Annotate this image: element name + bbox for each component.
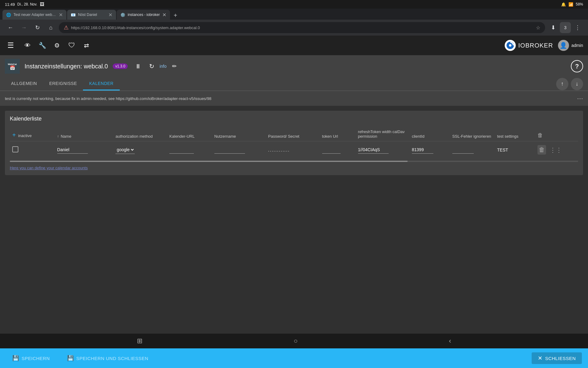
password-cell: ............	[266, 141, 320, 159]
inactive-checkbox[interactable]	[12, 146, 18, 152]
app-header-right: 👤 admin	[558, 40, 583, 51]
calendar-table: + inactive ↑ Name authorization method K…	[10, 127, 578, 158]
tab-navigation: ALLGEMEIN EREIGNISSE KALENDER ↑ ↓	[0, 77, 588, 91]
home-btn[interactable]: ⌂	[45, 22, 56, 33]
android-bottom-nav: ⊞ ○ ‹	[0, 334, 588, 348]
token-url-input[interactable]	[322, 146, 341, 154]
eye-btn[interactable]: 👁	[21, 39, 34, 52]
refresh-token-cell	[356, 141, 409, 159]
client-id-cell	[409, 141, 450, 159]
reload-btn[interactable]: ↻	[32, 22, 43, 33]
settings-btn[interactable]: ⚙	[51, 39, 63, 52]
pause-btn[interactable]: ⏸	[133, 61, 144, 72]
browser-menu-btn[interactable]: ⋮	[572, 22, 583, 33]
col-header-url: Kalender-URL	[167, 127, 212, 141]
warning-text: test is currently not working, because f…	[5, 96, 211, 101]
tab2-label: Nöst Daniel	[78, 13, 97, 17]
name-input[interactable]	[57, 146, 88, 154]
battery-display: 58%	[576, 2, 583, 6]
tab1-favicon: 🌐	[6, 13, 11, 17]
refresh-token-input[interactable]	[358, 146, 389, 154]
download-icon[interactable]: ⬇	[548, 22, 559, 33]
delete-row-btn[interactable]: 🗑	[537, 145, 546, 155]
col-username-label: Nutzername	[214, 134, 236, 139]
adapter-logo: WebCal 📅	[5, 59, 20, 74]
col-client-label: clientId	[412, 134, 424, 139]
settings-title: Instanzeinstellungen: webcal.0	[24, 63, 108, 70]
password-dots: ............	[268, 148, 290, 152]
col-header-auth: authorization method	[113, 127, 167, 141]
hamburger-menu-btn[interactable]: ☰	[5, 39, 17, 52]
tab-ereignisse[interactable]: EREIGNISSE	[43, 77, 83, 90]
col-header-inactive: + inactive	[10, 127, 55, 141]
warning-bar: test is currently not working, because f…	[0, 91, 588, 106]
android-apps-btn[interactable]: ⊞	[137, 337, 142, 345]
app-title: IOBROKER	[518, 42, 553, 49]
browser-tab-2[interactable]: 📧 Nöst Daniel ✕	[67, 10, 116, 20]
table-row: google caldav basic ............	[10, 141, 578, 159]
tab1-close-btn[interactable]: ✕	[59, 12, 63, 18]
ssl-error-input[interactable]	[452, 146, 474, 154]
username-input[interactable]	[214, 146, 245, 154]
browser-nav-bar: ← → ↻ ⌂ ⚠ https://192.168.0.10:8081/#tab…	[0, 20, 588, 36]
back-btn[interactable]: ←	[5, 22, 16, 33]
android-back-btn[interactable]: ‹	[449, 337, 451, 345]
tab-allgemein[interactable]: ALLGEMEIN	[5, 77, 43, 90]
settings-panel: WebCal 📅 Instanzeinstellungen: webcal.0 …	[0, 55, 588, 91]
col-header-password: Password/ Secret	[266, 127, 320, 141]
col-header-name[interactable]: ↑ Name	[55, 127, 113, 141]
help-link[interactable]: Here you can define your calendar accoun…	[10, 166, 88, 170]
address-bar[interactable]: ⚠ https://192.168.0.10:8081/#tab-instanc…	[59, 22, 545, 33]
bottom-action-bar: 💾 SPEICHERN 💾 SPEICHERN UND SCHLIESSEN ✕…	[0, 348, 588, 368]
settings-header-actions: ⏸ ↻ info ✏	[133, 61, 180, 72]
browser-tab-bar: 🌐 Test neuer Adapter webc... ✕ 📧 Nöst Da…	[0, 9, 588, 20]
name-cell	[55, 141, 113, 159]
tab-kalender[interactable]: KALENDER	[83, 77, 119, 90]
svg-text:📅: 📅	[10, 65, 15, 71]
browser-tab-3[interactable]: ⚙️ instances - iobroker ✕	[117, 10, 170, 20]
save-btn[interactable]: 💾 SPEICHERN	[6, 352, 56, 364]
calendar-card: Kalenderliste + inactive ↑ Name authoriz…	[5, 111, 583, 175]
tab1-label: Test neuer Adapter webc...	[13, 13, 56, 17]
username-cell	[212, 141, 266, 159]
scroll-up-btn[interactable]: ↑	[556, 78, 568, 90]
col-auth-label: authorization method	[115, 134, 153, 139]
tab3-close-btn[interactable]: ✕	[162, 12, 166, 18]
col-name-label: Name	[61, 134, 71, 139]
app-container: ☰ 👁 🔧 ⚙ 🛡 ⇄ IOBROKER 👤 admin	[0, 36, 588, 175]
forward-btn[interactable]: →	[18, 22, 29, 33]
close-label: SCHLIESSEN	[545, 356, 576, 361]
new-tab-btn[interactable]: +	[171, 11, 180, 20]
close-btn[interactable]: ✕ SCHLIESSEN	[532, 352, 582, 364]
col-header-test: test settings	[495, 127, 535, 141]
info-link[interactable]: info	[160, 64, 167, 69]
auth-method-select[interactable]: google caldav basic	[115, 146, 135, 154]
settings-header: WebCal 📅 Instanzeinstellungen: webcal.0 …	[0, 55, 588, 77]
cal-url-input[interactable]	[169, 146, 194, 154]
android-home-btn[interactable]: ○	[294, 337, 298, 345]
scroll-down-btn[interactable]: ↓	[571, 78, 583, 90]
save-close-btn[interactable]: 💾 SPEICHERN UND SCHLIESSEN	[61, 352, 155, 364]
bookmark-icon[interactable]: ☆	[536, 25, 540, 31]
drag-handle-icon[interactable]: ⋮⋮	[550, 146, 562, 154]
sync-btn[interactable]: ⇄	[80, 39, 92, 52]
browser-nav-right: ⬇ 3 ⋮	[548, 22, 583, 33]
browser-tab-1[interactable]: 🌐 Test neuer Adapter webc... ✕	[2, 10, 66, 20]
delete-cell: 🗑 ⋮⋮	[535, 141, 578, 159]
shield-btn[interactable]: 🛡	[66, 39, 78, 52]
add-calendar-btn[interactable]: +	[12, 132, 16, 138]
col-token-label: token Url	[322, 134, 338, 139]
col-refresh-label: refreshToken width calDav permission	[358, 129, 405, 139]
edit-btn[interactable]: ✏	[169, 61, 180, 72]
more-options-btn[interactable]: ⋯	[577, 95, 583, 102]
wrench-btn[interactable]: 🔧	[36, 39, 48, 52]
reload-adapter-btn[interactable]: ↻	[146, 61, 157, 72]
tab-nav-right: ↑ ↓	[556, 77, 583, 90]
tab2-close-btn[interactable]: ✕	[108, 12, 112, 18]
col-ssl-label: SSL-Fehler ignorieren	[452, 134, 491, 139]
extensions-btn[interactable]: 3	[560, 22, 571, 33]
help-btn[interactable]: ?	[571, 60, 583, 72]
client-id-input[interactable]	[412, 146, 433, 154]
user-avatar: 👤	[558, 40, 569, 51]
alarm-icon: 🔔	[561, 2, 566, 7]
